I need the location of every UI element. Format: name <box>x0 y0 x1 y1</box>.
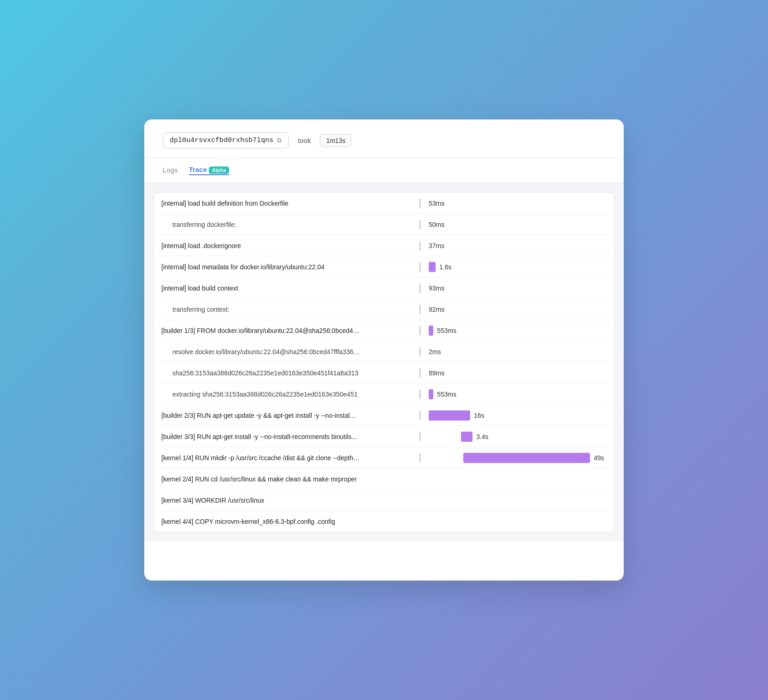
row-label: [kernel 1/4] RUN mkdir -p /usr/src /ccac… <box>161 454 419 462</box>
row-label: sha256:3153aa388d026c26a2235e1ed0163e350… <box>161 369 419 377</box>
row-timing: 3.4s <box>419 428 607 445</box>
took-label: took <box>298 136 311 144</box>
timing-divider <box>419 241 420 250</box>
timing-label: 49s <box>594 454 604 462</box>
timing-divider <box>419 262 420 272</box>
timing-bar <box>429 326 433 336</box>
timing-label: 50ms <box>429 221 452 228</box>
row-timing: 93ms <box>419 280 607 297</box>
table-row: [internal] load build definition from Do… <box>154 193 614 214</box>
copy-icon[interactable]: ⧉ <box>277 137 282 144</box>
row-timing: 92ms <box>419 301 607 318</box>
timing-divider <box>419 220 420 229</box>
bar-container: 3.4s <box>429 432 607 442</box>
row-label: [kernel 4/4] COPY microvm-kernel_x86-6.3… <box>161 518 419 525</box>
table-row: [kernel 4/4] COPY microvm-kernel_x86-6.3… <box>154 511 614 532</box>
table-row: [builder 3/3] RUN apt-get install -y --n… <box>154 426 614 447</box>
timing-label: 553ms <box>437 327 456 334</box>
trace-content: [internal] load build definition from Do… <box>144 183 624 542</box>
timing-label: 16s <box>474 412 484 419</box>
took-value: 1m13s <box>320 134 351 147</box>
row-label: [builder 3/3] RUN apt-get install -y --n… <box>161 433 419 440</box>
row-timing: 49s <box>419 450 607 466</box>
row-label: [internal] load metadata for docker.io/l… <box>161 263 419 271</box>
timing-label: 53ms <box>429 200 452 207</box>
row-timing: 89ms <box>419 365 607 381</box>
card-header: dpl0u4rsvxcfbd0rxhsb7lqns ⧉ took 1m13s <box>144 119 624 158</box>
bar-container: 1.6s <box>429 262 607 272</box>
timing-divider <box>419 368 420 378</box>
tabs-bar: Logs TraceAlpha <box>144 158 624 183</box>
table-row: [builder 2/3] RUN apt-get update -y && a… <box>154 405 614 426</box>
row-label: [kernel 3/4] WORKDIR /usr/src/linux <box>161 497 419 504</box>
timing-divider <box>419 284 420 293</box>
trace-table: [internal] load build definition from Do… <box>154 192 614 533</box>
timing-label: 37ms <box>429 242 452 249</box>
table-row: extracting sha256:3153aa388d026c26a2235e… <box>154 384 614 405</box>
row-label: [builder 2/3] RUN apt-get update -y && a… <box>161 412 419 419</box>
bar-container: 553ms <box>429 326 607 336</box>
row-label: [internal] load build context <box>161 285 419 292</box>
bar-container: 53ms <box>429 200 607 207</box>
timing-divider <box>419 390 420 399</box>
timing-divider <box>419 411 420 420</box>
timing-divider <box>419 347 420 356</box>
bar-container: 89ms <box>429 369 607 377</box>
run-id-box: dpl0u4rsvxcfbd0rxhsb7lqns ⧉ <box>163 132 289 148</box>
alpha-badge: Alpha <box>209 166 230 174</box>
table-row: transferring context:92ms <box>154 299 614 320</box>
row-timing: 553ms <box>419 322 607 339</box>
timing-divider <box>419 326 420 335</box>
tab-logs[interactable]: Logs <box>163 166 178 175</box>
table-row: [internal] load .dockerignore37ms <box>154 235 614 256</box>
table-row: sha256:3153aa388d026c26a2235e1ed0163e350… <box>154 362 614 384</box>
table-row: [kernel 1/4] RUN mkdir -p /usr/src /ccac… <box>154 447 614 469</box>
row-timing: 16s <box>419 407 607 424</box>
row-timing: 2ms <box>419 344 607 360</box>
run-id-text: dpl0u4rsvxcfbd0rxhsb7lqns <box>170 136 273 144</box>
timing-bar <box>429 389 433 399</box>
timing-label: 3.4s <box>476 433 488 440</box>
bar-container: 49s <box>429 453 607 463</box>
timing-label: 89ms <box>429 369 452 377</box>
table-row: [internal] load build context93ms <box>154 278 614 299</box>
timing-bar <box>463 453 590 463</box>
row-timing <box>419 471 607 487</box>
table-row: transferring dockerfile:50ms <box>154 214 614 235</box>
timing-bar <box>461 432 473 442</box>
timing-label: 92ms <box>429 306 452 313</box>
table-row: [internal] load metadata for docker.io/l… <box>154 256 614 278</box>
row-label: [internal] load build definition from Do… <box>161 200 419 207</box>
row-label: extracting sha256:3153aa388d026c26a2235e… <box>161 391 419 398</box>
row-timing: 53ms <box>419 195 607 212</box>
row-timing: 50ms <box>419 216 607 233</box>
timing-label: 93ms <box>429 285 452 292</box>
bar-container: 37ms <box>429 242 607 249</box>
bar-container: 16s <box>429 410 607 421</box>
bar-container: 2ms <box>429 348 607 356</box>
row-timing <box>419 513 607 530</box>
row-label: [internal] load .dockerignore <box>161 242 419 249</box>
main-card: dpl0u4rsvxcfbd0rxhsb7lqns ⧉ took 1m13s L… <box>144 119 624 581</box>
timing-bar <box>429 262 436 272</box>
bar-container: 93ms <box>429 285 607 292</box>
table-row: [kernel 3/4] WORKDIR /usr/src/linux <box>154 490 614 511</box>
table-row: [kernel 2/4] RUN cd /usr/src/linux && ma… <box>154 469 614 490</box>
row-timing: 37ms <box>419 237 607 254</box>
timing-divider <box>419 432 420 441</box>
row-timing: 1.6s <box>419 259 607 275</box>
timing-bar <box>429 410 470 421</box>
row-label: transferring context: <box>161 306 419 313</box>
bar-container: 50ms <box>429 221 607 228</box>
timing-divider <box>419 305 420 314</box>
tab-trace[interactable]: TraceAlpha <box>189 166 230 175</box>
table-row: [builder 1/3] FROM docker.io/library/ubu… <box>154 320 614 341</box>
row-label: [builder 1/3] FROM docker.io/library/ubu… <box>161 327 419 334</box>
table-row: resolve docker.io/library/ubuntu:22.04@s… <box>154 341 614 362</box>
timing-label: 1.6s <box>439 263 451 271</box>
row-label: resolve docker.io/library/ubuntu:22.04@s… <box>161 348 419 356</box>
row-timing <box>419 492 607 509</box>
bar-container: 553ms <box>429 389 607 399</box>
row-label: [kernel 2/4] RUN cd /usr/src/linux && ma… <box>161 475 419 483</box>
row-timing: 553ms <box>419 386 607 403</box>
